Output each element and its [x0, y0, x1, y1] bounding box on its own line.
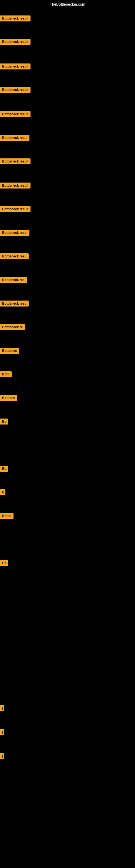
bottleneck-badge-13: Bottleneck resu	[0, 301, 29, 307]
bottleneck-badge-3: Bottleneck result	[0, 63, 31, 69]
bottleneck-badge-container-9: Bottleneck result	[0, 206, 31, 213]
bottleneck-badge-container-17: Bottlene	[0, 395, 17, 402]
bottleneck-badge-container-2601: |	[0, 705, 2, 712]
bottleneck-badge-container-11: Bottleneck resu	[0, 253, 29, 260]
bottleneck-badge-container-16: Bottl	[0, 371, 12, 378]
bottleneck-badge-18: Bo	[0, 418, 8, 425]
bottleneck-badge-2688: |	[0, 729, 4, 735]
bottleneck-badge-container-2776: |	[0, 753, 2, 760]
bottleneck-badge-container-15: Bottlenec	[0, 348, 19, 355]
bottleneck-badge-container-6: Bottleneck resul	[0, 135, 30, 142]
bottleneck-badge-7: Bottleneck result	[0, 158, 31, 164]
bottleneck-badge-6: Bottleneck resul	[0, 135, 30, 141]
bottleneck-badge-container-10: Bottleneck resul	[0, 230, 30, 237]
bottleneck-badge-19: Bo	[0, 466, 8, 472]
bottleneck-badge-21: Bottle	[0, 513, 13, 519]
bottleneck-badge-container-21: Bottle	[0, 513, 13, 520]
bottleneck-badge-container-13: Bottleneck resu	[0, 301, 29, 308]
bottleneck-badge-15: Bottlenec	[0, 348, 19, 354]
bottleneck-badge-container-7: Bottleneck result	[0, 158, 31, 165]
bottleneck-badge-2601: |	[0, 705, 4, 711]
bottleneck-badge-container-4: Bottleneck result	[0, 87, 31, 94]
bottleneck-badge-11: Bottleneck resu	[0, 253, 29, 259]
bottleneck-badge-container-14: Bottleneck re	[0, 324, 25, 331]
bottleneck-badge-10: Bottleneck resul	[0, 230, 30, 236]
bottleneck-badge-14: Bottleneck re	[0, 324, 25, 330]
bottleneck-badge-16: Bottl	[0, 371, 12, 377]
bottleneck-badge-17: Bottlene	[0, 395, 17, 401]
bottleneck-badge-2776: |	[0, 753, 4, 759]
bottleneck-badge-container-2688: |	[0, 729, 2, 736]
bottleneck-badge-container-8: Bottleneck result	[0, 183, 31, 190]
bottleneck-badge-22: Bo	[0, 560, 8, 566]
bottleneck-badge-container-12: Bottleneck res	[0, 277, 27, 284]
site-title: TheBottlenecker.com	[0, 0, 135, 9]
bottleneck-badge-container-1: Bottleneck result	[0, 16, 31, 23]
bottleneck-badge-8: Bottleneck result	[0, 183, 31, 188]
bottleneck-badge-container-18: Bo	[0, 418, 8, 426]
bottleneck-badge-container-20: B	[0, 489, 5, 496]
bottleneck-badge-9: Bottleneck result	[0, 206, 31, 212]
bottleneck-badge-20: B	[0, 489, 5, 495]
bottleneck-badge-container-2: Bottleneck result	[0, 39, 31, 46]
bottleneck-badge-container-19: Bo	[0, 466, 8, 473]
bottleneck-badge-5: Bottleneck result	[0, 111, 31, 117]
bottleneck-badge-1: Bottleneck result	[0, 16, 31, 22]
bottleneck-badge-container-5: Bottleneck result	[0, 111, 31, 118]
bottleneck-badge-4: Bottleneck result	[0, 87, 31, 93]
bottleneck-badge-container-22: Bo	[0, 560, 8, 567]
bottleneck-badge-12: Bottleneck res	[0, 277, 27, 283]
bottleneck-badge-container-3: Bottleneck result	[0, 63, 31, 70]
bottleneck-badge-2: Bottleneck result	[0, 39, 31, 45]
